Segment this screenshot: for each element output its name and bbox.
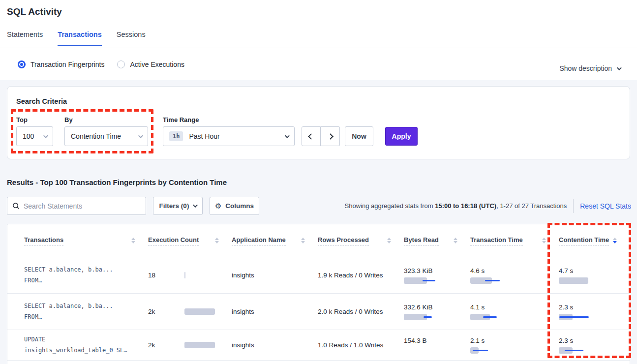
- time-pager: [302, 126, 340, 146]
- aggregated-stats-text: Showing aggregated stats from 15:00 to 1…: [345, 202, 567, 210]
- transaction-fingerprint-link[interactable]: SELECT a.balance, b.ba... FROM…: [24, 265, 148, 286]
- search-criteria-title: Search Criteria: [16, 97, 67, 105]
- radio-label: Active Executions: [130, 61, 184, 68]
- transaction-time-cell: 4.6 s: [470, 267, 559, 284]
- bytes-read-cell: 154.3 B: [404, 337, 470, 354]
- bytes-read-cell: 323.3 KiB: [404, 267, 470, 284]
- rows-processed-cell: 1.9 k Reads / 0 Writes: [318, 272, 404, 279]
- header-bytes-read[interactable]: Bytes Read: [404, 236, 470, 245]
- contention-time-cell: 2.3 s: [559, 303, 630, 320]
- contention-time-bar: [559, 277, 604, 284]
- transaction-time-bar: [470, 347, 516, 354]
- sort-icon[interactable]: [542, 238, 546, 243]
- now-button[interactable]: Now: [345, 126, 373, 146]
- page-header: SQL Activity Statements Transactions Ses…: [0, 0, 637, 80]
- search-statements-input[interactable]: [24, 202, 141, 210]
- table-row: UPDATE insights_workload_table_0 SE… 2k …: [7, 330, 630, 361]
- contention-time-cell: 4.7 s: [559, 267, 630, 284]
- chevron-down-icon: [193, 203, 198, 208]
- gear-icon: ⚙: [215, 202, 221, 210]
- top-select[interactable]: 100: [16, 126, 53, 146]
- table-row: SELECT a.balance, b.ba... FROM… 2k insig…: [7, 294, 630, 330]
- columns-label: Columns: [225, 202, 254, 210]
- page-title: SQL Activity: [7, 6, 62, 17]
- application-name-cell: insights: [232, 308, 318, 315]
- execution-count-cell: 2k: [148, 341, 232, 349]
- apply-button[interactable]: Apply: [385, 127, 418, 146]
- sort-icon[interactable]: [215, 238, 219, 243]
- contention-time-bar: [559, 314, 604, 320]
- tab-bar: Statements Transactions Sessions: [7, 30, 146, 46]
- results-heading: Results - Top 100 Transaction Fingerprin…: [7, 178, 227, 186]
- columns-button[interactable]: ⚙ Columns: [210, 197, 259, 215]
- chevron-right-icon: [327, 133, 334, 140]
- contention-time-cell: 2.3 s: [559, 337, 630, 354]
- top-label: Top: [16, 116, 28, 123]
- transactions-table: Transactions Execution Count Application…: [7, 224, 630, 364]
- header-transaction-time[interactable]: Transaction Time: [470, 236, 559, 245]
- sort-icon[interactable]: [454, 238, 457, 243]
- tab-statements[interactable]: Statements: [7, 30, 43, 46]
- bytes-read-cell: 332.6 KiB: [404, 303, 470, 320]
- rows-processed-cell: 2.0 k Reads / 0 Writes: [318, 308, 404, 315]
- rows-processed-cell: 1.0 Reads / 1.0 Writes: [318, 341, 404, 349]
- search-icon: [12, 202, 20, 210]
- time-range-label: Time Range: [163, 116, 199, 123]
- top-select-value: 100: [23, 132, 34, 140]
- transaction-fingerprint-link[interactable]: SELECT a.balance, b.ba... FROM…: [24, 301, 148, 322]
- header-transactions[interactable]: Transactions: [24, 236, 148, 245]
- show-description-toggle[interactable]: Show description: [559, 64, 620, 72]
- header-application-name[interactable]: Application Name: [232, 236, 318, 245]
- radio-transaction-fingerprints[interactable]: Transaction Fingerprints: [18, 61, 104, 68]
- transaction-time-cell: 2.1 s: [470, 337, 559, 354]
- chevron-down-icon: [285, 133, 290, 138]
- chevron-down-icon: [43, 133, 48, 138]
- previous-time-button[interactable]: [302, 126, 321, 146]
- radio-icon[interactable]: [18, 61, 26, 68]
- by-select[interactable]: Contention Time: [64, 126, 148, 146]
- search-criteria-card: Search Criteria Top 100 By Contention Ti…: [7, 86, 630, 159]
- header-execution-count[interactable]: Execution Count: [148, 236, 232, 245]
- next-time-button[interactable]: [321, 126, 340, 146]
- table-header-row: Transactions Execution Count Application…: [7, 224, 630, 257]
- vertical-divider: [573, 199, 574, 213]
- execution-count-bar: [184, 272, 230, 278]
- chevron-left-icon: [308, 133, 314, 140]
- time-range-value: Past Hour: [189, 132, 219, 140]
- tab-transactions[interactable]: Transactions: [58, 30, 101, 46]
- view-toggle-band: Transaction Fingerprints Active Executio…: [0, 48, 637, 80]
- radio-active-executions[interactable]: Active Executions: [117, 61, 184, 68]
- header-rows-processed[interactable]: Rows Processed: [318, 236, 404, 245]
- application-name-cell: insights: [232, 341, 318, 349]
- bytes-read-bar: [404, 347, 449, 354]
- stats-area: Showing aggregated stats from 15:00 to 1…: [345, 197, 631, 215]
- sort-icon[interactable]: [301, 238, 305, 243]
- show-description-label: Show description: [559, 64, 612, 72]
- bytes-read-bar: [404, 277, 449, 284]
- filters-label: Filters (0): [159, 202, 189, 210]
- execution-count-cell: 2k: [148, 308, 232, 315]
- radio-label: Transaction Fingerprints: [30, 61, 104, 68]
- transaction-fingerprint-link[interactable]: UPDATE insights_workload_table_0 SE…: [24, 334, 148, 356]
- filters-button[interactable]: Filters (0): [153, 197, 203, 215]
- time-range-select[interactable]: 1h Past Hour: [163, 126, 295, 146]
- table-row: SELECT a.balance, b.ba... FROM… 18 insig…: [7, 257, 630, 294]
- chevron-down-icon: [138, 133, 143, 138]
- reset-sql-stats-link[interactable]: Reset SQL Stats: [580, 202, 631, 210]
- time-range-badge: 1h: [169, 131, 183, 141]
- contention-time-bar: [559, 347, 604, 354]
- sql-activity-page: SQL Activity Statements Transactions Ses…: [0, 0, 637, 364]
- bytes-read-bar: [404, 314, 449, 320]
- search-statements-box[interactable]: [7, 197, 146, 215]
- transaction-time-bar: [470, 314, 516, 320]
- application-name-cell: insights: [232, 272, 318, 279]
- sort-icon[interactable]: [387, 238, 391, 243]
- transaction-time-cell: 4.1 s: [470, 303, 559, 320]
- radio-icon[interactable]: [117, 61, 125, 68]
- sort-icon[interactable]: [131, 238, 135, 243]
- execution-count-bar: [184, 342, 230, 348]
- tab-sessions[interactable]: Sessions: [117, 30, 146, 46]
- by-select-value: Contention Time: [71, 132, 121, 140]
- sort-icon[interactable]: [613, 238, 617, 243]
- header-contention-time[interactable]: Contention Time: [559, 236, 630, 245]
